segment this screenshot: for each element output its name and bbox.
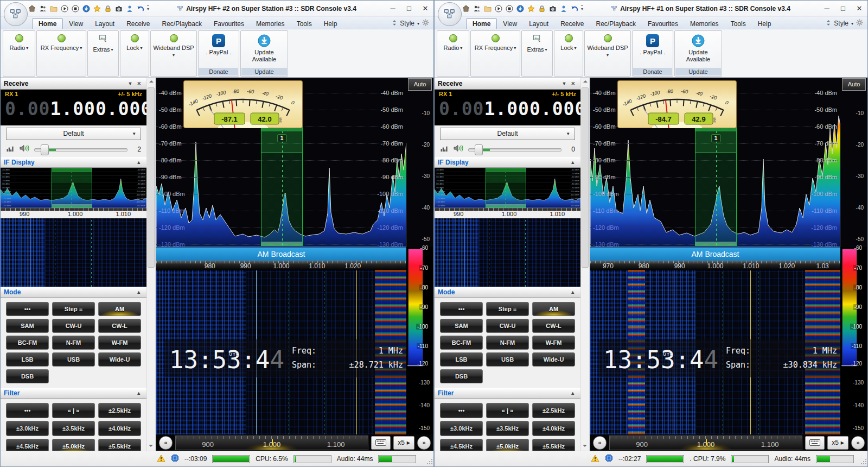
extras-button[interactable]: Extras▾ — [87, 30, 119, 77]
waterfall[interactable]: UTC13:53:44 Freq:1 MHz Span:±30.834 kHz — [590, 270, 840, 434]
keyboard-entry-button[interactable] — [371, 436, 391, 450]
mode-button[interactable]: ••• — [440, 302, 483, 316]
minimize-button[interactable]: ─ — [385, 1, 401, 16]
mode-button[interactable]: ••• — [6, 302, 49, 316]
lock-button[interactable]: Lock▾ — [120, 30, 149, 77]
zoom-button[interactable]: x5▶ — [827, 436, 848, 450]
resize-grip[interactable] — [860, 459, 866, 465]
tab-layout[interactable]: Layout — [523, 19, 554, 29]
person-icon[interactable] — [559, 4, 567, 12]
mode-button[interactable]: USB — [52, 352, 95, 367]
collapse-icon[interactable]: ▲ — [568, 390, 577, 396]
home-icon[interactable] — [462, 4, 470, 12]
mode-button[interactable]: BC-FM — [6, 336, 49, 350]
filter-button[interactable]: ±4.0kHz — [532, 421, 575, 436]
tab-rec-playback[interactable]: Rec/Playback — [590, 19, 642, 29]
mode-button[interactable]: CW-L — [98, 319, 141, 333]
if-spectrum[interactable]: -40 dBm-50 dBm-60 dBm-70 dBm-80 dBm-90 d… — [1, 168, 146, 208]
scrollbar-thumb[interactable] — [582, 87, 589, 268]
style-toggle-icon[interactable] — [392, 20, 397, 28]
tab-receive[interactable]: Receive — [554, 19, 590, 29]
filter-button[interactable]: ±3.0kHz — [6, 421, 49, 436]
tab-memories[interactable]: Memories — [684, 19, 725, 29]
folder-icon[interactable] — [49, 4, 58, 12]
tab-view[interactable]: View — [497, 19, 523, 29]
favourite-star-icon[interactable] — [527, 4, 535, 12]
filter-button[interactable]: ±3.0kHz — [440, 421, 483, 436]
mode-button[interactable]: BC-FM — [440, 336, 483, 350]
tab-tools[interactable]: Tools — [725, 19, 752, 29]
if-selection[interactable] — [52, 168, 92, 208]
mode-button[interactable]: N-FM — [52, 336, 95, 350]
filter-button[interactable]: « | » — [52, 403, 95, 418]
mode-button[interactable]: CW-U — [486, 319, 529, 333]
person-icon[interactable] — [125, 4, 133, 12]
style-menu[interactable]: Style — [400, 20, 414, 27]
spectrum-display[interactable]: -40 dBm-40 dBm -50 dBm-50 dBm -60 dBm-60… — [590, 78, 867, 247]
network-globe-icon[interactable] — [605, 454, 613, 464]
filter-button[interactable]: ••• — [6, 403, 49, 418]
tab-home[interactable]: Home — [466, 18, 497, 29]
mode-button[interactable]: SAM — [440, 319, 483, 333]
filter-button[interactable]: ±2.5kHz — [532, 403, 575, 418]
page-right-button[interactable]: » — [417, 436, 431, 450]
wideband-dsp-button[interactable]: Wideband DSP▾ — [150, 30, 197, 77]
filter-button[interactable]: ±4.0kHz — [98, 421, 141, 436]
warning-icon[interactable] — [157, 455, 165, 464]
frequency-display[interactable]: RX 1 +/- 5 kHz 0.001.000.000 — [435, 90, 580, 125]
collapse-icon[interactable]: ▲ — [568, 289, 577, 295]
network-globe-icon[interactable] — [171, 454, 179, 464]
minimize-button[interactable]: ─ — [819, 1, 835, 16]
scrollbar-thumb[interactable] — [148, 87, 155, 268]
mode-button[interactable]: Wide-U — [532, 352, 575, 367]
page-left-button[interactable]: « — [593, 436, 607, 450]
favourite-star-icon[interactable] — [93, 4, 101, 12]
tab-home[interactable]: Home — [32, 18, 63, 29]
collapse-icon[interactable]: ▲ — [568, 160, 577, 165]
update-available-button[interactable]: Update Available Update — [674, 30, 722, 77]
mode-button-am[interactable]: AM — [98, 302, 141, 316]
profile-dropdown[interactable]: Default▼ — [6, 128, 141, 140]
filter-button[interactable]: « | » — [486, 403, 529, 418]
zoom-button[interactable]: x5▶ — [393, 436, 414, 450]
equalizer-icon[interactable] — [440, 144, 449, 154]
rx-frequency-button[interactable]: RX Frequency▾ — [470, 30, 520, 77]
collapse-icon[interactable]: ▲ — [134, 289, 143, 295]
download-icon[interactable] — [516, 4, 524, 12]
style-caret-icon[interactable]: ▾ — [851, 21, 853, 26]
app-menu-button[interactable] — [4, 2, 28, 26]
camera-icon[interactable] — [548, 4, 557, 12]
equalizer-icon[interactable] — [6, 144, 15, 154]
mode-button[interactable]: W-FM — [532, 336, 575, 350]
maximize-button[interactable]: □ — [835, 1, 851, 16]
if-waterfall[interactable] — [1, 218, 146, 287]
profile-dropdown[interactable]: Default▼ — [440, 128, 575, 140]
filter-button[interactable]: ±4.5kHz — [6, 439, 49, 451]
auto-scale-button[interactable]: Auto — [408, 78, 432, 91]
volume-slider-thumb[interactable] — [475, 144, 483, 155]
band-navigator[interactable]: 900 1.000 1.100 — [609, 436, 802, 450]
filter-button-active[interactable]: ±5.0kHz — [486, 439, 529, 451]
tab-help[interactable]: Help — [318, 19, 343, 29]
paypal-button[interactable]: P . PayPal . Donate — [632, 30, 673, 77]
band-navigator[interactable]: 900 1.000 1.100 — [175, 436, 368, 450]
mode-button[interactable]: Step ≡ — [486, 302, 529, 316]
tab-favourites[interactable]: Favourites — [208, 19, 250, 29]
lock-button[interactable]: Lock▾ — [554, 30, 583, 77]
tuning-selection[interactable]: 1 — [695, 127, 737, 246]
collapse-icon[interactable]: ▲ — [134, 160, 143, 165]
close-button[interactable]: ✕ — [851, 1, 867, 16]
sidebar-scrollbar[interactable] — [146, 78, 155, 451]
update-available-button[interactable]: Update Available Update — [240, 30, 288, 77]
download-icon[interactable] — [82, 4, 90, 12]
mode-button[interactable]: USB — [486, 352, 529, 367]
volume-slider[interactable] — [468, 144, 561, 154]
style-toggle-icon[interactable] — [826, 20, 831, 28]
filter-button[interactable]: ±3.5kHz — [52, 421, 95, 436]
volume-slider-thumb[interactable] — [41, 144, 49, 155]
tab-receive[interactable]: Receive — [120, 19, 156, 29]
tab-view[interactable]: View — [63, 19, 89, 29]
filter-button[interactable]: ±5.5kHz — [98, 439, 141, 451]
mode-button[interactable]: CW-U — [52, 319, 95, 333]
panel-close-icon[interactable]: ✕ — [135, 81, 144, 86]
